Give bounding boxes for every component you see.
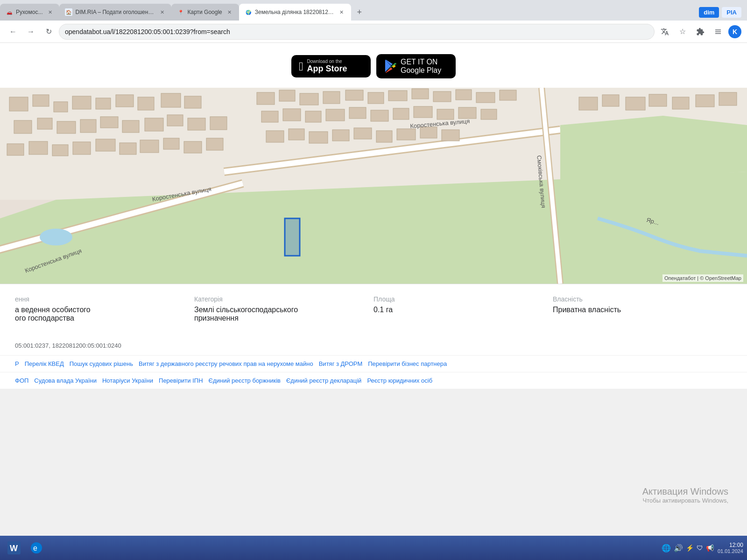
svg-rect-75 [696, 95, 714, 107]
svg-rect-21 [80, 119, 96, 133]
taskbar-browser[interactable]: e [26, 538, 47, 558]
link-registry[interactable]: Витяг з державного реєстру речових прав … [139, 360, 313, 367]
svg-rect-49 [500, 90, 516, 100]
clock-date: 01.01.2024 [718, 548, 743, 554]
link-court[interactable]: Пошук судових рішень [70, 360, 133, 367]
address-bar[interactable]: opendatabot.ua/l/1822081200:05:001:0239?… [59, 24, 655, 40]
google-play-button[interactable]: GET IT ON Google Play [376, 54, 456, 78]
link-court2[interactable]: Судова влада України [34, 377, 97, 384]
browser-toolbar: ← → ↻ opendatabot.ua/l/1822081200:05:001… [0, 21, 747, 43]
svg-rect-65 [354, 128, 372, 139]
svg-rect-73 [649, 94, 667, 106]
sound-icon: 🔊 [674, 544, 683, 553]
svg-rect-32 [96, 139, 115, 151]
svg-rect-61 [266, 131, 284, 142]
svg-rect-67 [397, 129, 416, 140]
tab-3-title: Карти Google [187, 9, 222, 15]
area-value: 0.1 га [374, 306, 542, 314]
tab-2[interactable]: 🏠 DIM.RIA – Подати оголошенн... ✕ [59, 4, 171, 21]
svg-rect-66 [376, 131, 392, 142]
app-buttons-section:  Download on the App Store GET IT ON Go… [0, 43, 747, 88]
link-kved[interactable]: Перелік КВЕД [25, 360, 64, 367]
tab-4[interactable]: 🌍 Земельна ділянка 1822081200... ✕ [239, 4, 351, 21]
tab-4-title: Земельна ділянка 1822081200... [255, 9, 334, 15]
reload-button[interactable]: ↻ [41, 24, 56, 39]
map-svg: Коростенська вулиця Коростенська вулиця … [0, 88, 747, 284]
purpose-value: а ведення особистогоого господарства [15, 306, 183, 322]
svg-rect-34 [140, 140, 159, 153]
power-icon: ⚡ [686, 544, 694, 552]
svg-rect-22 [100, 117, 118, 128]
app-store-button[interactable]:  Download on the App Store [291, 55, 371, 78]
link-debtors[interactable]: Єдиний реєстр боржників [209, 377, 281, 384]
tab-4-favicon: 🌍 [245, 8, 252, 16]
translate-icon[interactable] [657, 24, 672, 39]
svg-rect-68 [420, 127, 437, 138]
svg-rect-19 [37, 118, 52, 129]
svg-rect-41 [323, 91, 340, 104]
tab-4-close[interactable]: ✕ [338, 8, 345, 16]
link-declarations[interactable]: Єдиний реєстр декларацій [286, 377, 361, 384]
profile-avatar[interactable]: K [728, 25, 741, 38]
taskbar-word[interactable]: W [4, 538, 24, 558]
taskbar: W e 🌐 🔊 ⚡ 🛡 📢 12:00 01.01.2024 [0, 536, 747, 560]
svg-rect-17 [184, 96, 201, 108]
svg-rect-64 [332, 130, 349, 141]
svg-rect-35 [163, 138, 179, 149]
svg-rect-63 [309, 132, 328, 143]
tab-2-close[interactable]: ✕ [158, 8, 166, 16]
tab-3[interactable]: 📍 Карти Google ✕ [171, 4, 239, 21]
svg-rect-44 [388, 91, 407, 101]
svg-rect-9 [9, 97, 28, 111]
apple-icon:  [299, 60, 303, 72]
link-ipn[interactable]: Перевірити ІПН [159, 377, 203, 384]
clock-time: 12:00 [718, 542, 743, 548]
svg-rect-50 [261, 111, 278, 122]
tab-1-close[interactable]: ✕ [46, 8, 54, 16]
forward-button[interactable]: → [23, 24, 38, 39]
svg-rect-26 [188, 118, 205, 130]
link-fop[interactable]: ФОП [15, 377, 28, 384]
address-text: opendatabot.ua/l/1822081200:05:001:0239?… [65, 28, 230, 35]
svg-rect-15 [138, 97, 154, 110]
svg-point-78 [40, 229, 72, 245]
svg-rect-24 [145, 118, 163, 131]
svg-rect-36 [184, 141, 202, 153]
svg-rect-25 [167, 115, 183, 126]
googleplay-top-text: GET IT ON [401, 58, 441, 66]
network-icon: 🌐 [662, 544, 671, 553]
link-drorm[interactable]: Витяг з ДРОРМ [319, 360, 363, 367]
info-grid: ення а ведення особистогоого господарств… [15, 295, 732, 322]
svg-rect-38 [257, 92, 275, 105]
map-section[interactable]: Коростенська вулиця Коростенська вулиця … [0, 88, 747, 284]
tab-bar: 🚗 Рухомос... ✕ 🏠 DIM.RIA – Подати оголош… [0, 0, 747, 21]
appstore-main-text: App Store [307, 64, 347, 74]
tab-3-close[interactable]: ✕ [226, 8, 233, 16]
tab-1[interactable]: 🚗 Рухомос... ✕ [0, 4, 59, 21]
svg-rect-14 [116, 95, 134, 107]
link-notary[interactable]: Нотаріуси України [102, 377, 153, 384]
tab-1-favicon: 🚗 [6, 8, 13, 16]
bookmark-icon[interactable]: ☆ [675, 24, 690, 39]
link-partner[interactable]: Перевірити бізнес партнера [368, 360, 447, 367]
extensions-icon[interactable] [693, 24, 708, 39]
svg-rect-70 [579, 97, 598, 110]
svg-rect-51 [283, 109, 301, 121]
new-tab-button[interactable]: + [353, 6, 366, 19]
tab-1-title: Рухомос... [16, 9, 42, 15]
link-legal[interactable]: Реєстр юридичних осіб [367, 377, 432, 384]
ownership-cell: Власність Приватна власність [553, 295, 732, 322]
taskbar-system-icons: 🌐 🔊 ⚡ 🛡 📢 [662, 544, 714, 553]
category-cell: Категорія Землі сільськогосподарськогопр… [194, 295, 374, 322]
ownership-value: Приватна власність [553, 306, 721, 314]
profile-menu-icon[interactable] [711, 24, 726, 39]
back-button[interactable]: ← [6, 24, 21, 39]
cadastral-text: 05:001:0237, 1822081200:05:001:0240 [15, 342, 121, 349]
svg-rect-57 [414, 106, 432, 118]
map-attribution: Опендатабот | © OpenStreetMap [662, 274, 743, 282]
link-р[interactable]: Р [15, 360, 19, 367]
page-content:  Download on the App Store GET IT ON Go… [0, 43, 747, 389]
svg-rect-56 [393, 108, 409, 119]
ria-badge[interactable]: РІА [722, 7, 741, 18]
dim-badge[interactable]: dim [699, 7, 719, 18]
